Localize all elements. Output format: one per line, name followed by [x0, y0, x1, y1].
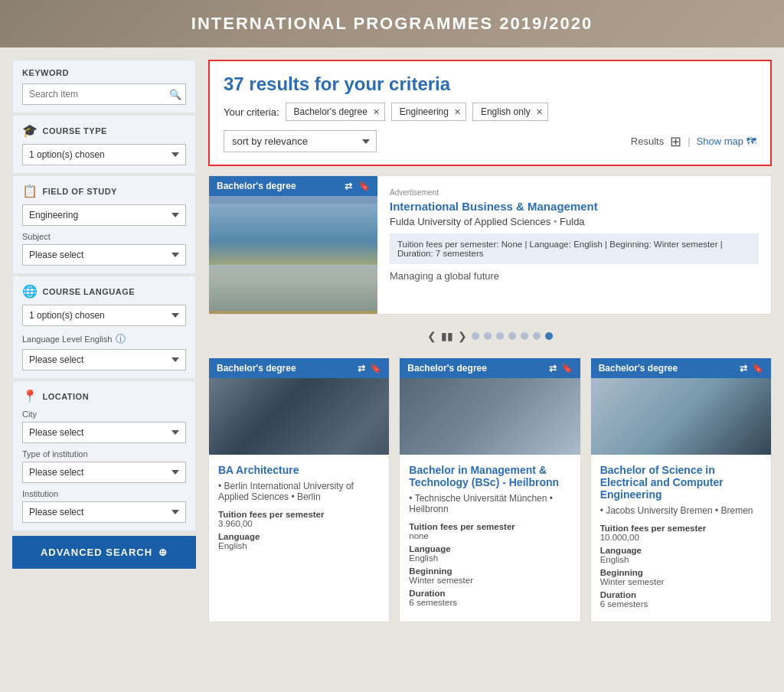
map-icon: 🗺	[746, 135, 756, 147]
field-of-study-select[interactable]: Engineering	[22, 204, 186, 226]
program-card-2-uni: • Jacobs University Bremen • Bremen	[600, 505, 762, 516]
results-count: 37 results for your criteria	[224, 73, 756, 95]
language-icon: 🌐	[22, 284, 38, 299]
sidebar: KEYWORD 🔍 🎓 COURSE TYPE 1 option(s) chos…	[12, 60, 196, 622]
course-language-label: 🌐 COURSE LANGUAGE	[22, 284, 186, 299]
course-type-icon: 🎓	[22, 123, 38, 138]
language-level-label: Language Level English	[22, 335, 112, 344]
program-card-1-duration: Duration 6 semesters	[409, 589, 570, 607]
subject-select[interactable]: Please select	[22, 244, 186, 266]
language-level-select[interactable]: Please select	[22, 349, 186, 370]
featured-badge-label: Bachelor's degree	[217, 181, 296, 191]
field-of-study-label: 📋 FIELD OF STUDY	[22, 184, 186, 198]
remove-bachelors-tag[interactable]: ✕	[373, 107, 380, 117]
featured-card-description: Managing a global future	[390, 270, 759, 282]
page-header: INTERNATIONAL PROGRAMMES 2019/2020	[0, 0, 784, 47]
program-card-0-body: BA Architecture • Berlin International U…	[209, 455, 389, 563]
show-map-button[interactable]: Show map 🗺	[697, 135, 756, 147]
featured-card-image: Bachelor's degree ⇄ 🔖	[209, 176, 377, 314]
advanced-search-button[interactable]: ADVANCED SEARCH ⊕	[12, 536, 196, 569]
keyword-input[interactable]	[22, 83, 186, 105]
bookmark-icon-2[interactable]: 🔖	[752, 363, 763, 374]
city-label: City	[22, 410, 186, 419]
carousel-pause[interactable]: ▮▮	[441, 330, 453, 342]
program-card-1-header: Bachelor's degree ⇄ 🔖	[400, 358, 580, 378]
program-card-1-body: Bachelor in Management & Technology (BSc…	[400, 455, 580, 620]
program-card-1-icons: ⇄ 🔖	[549, 363, 573, 374]
carousel-prev[interactable]: ❮	[427, 330, 436, 342]
advanced-search-label: ADVANCED SEARCH	[41, 547, 152, 558]
bookmark-icon-0[interactable]: 🔖	[370, 363, 381, 374]
program-card-2-image	[591, 378, 771, 455]
program-card-1-uni: • Technische Universität München • Heilb…	[409, 493, 570, 514]
program-card-0-title[interactable]: BA Architecture	[218, 464, 380, 476]
view-controls: Results ⊞ | Show map 🗺	[631, 133, 756, 150]
course-language-select[interactable]: 1 option(s) chosen	[22, 305, 186, 326]
program-card-1-title[interactable]: Bachelor in Management & Technology (BSc…	[409, 464, 570, 488]
criteria-label: Your criteria:	[224, 106, 279, 118]
remove-english-tag[interactable]: ✕	[536, 107, 543, 117]
program-card-2-title[interactable]: Bachelor of Science in Electrical and Co…	[600, 464, 762, 501]
course-type-label: 🎓 COURSE TYPE	[22, 123, 186, 138]
criteria-row: Your criteria: Bachelor's degree ✕ Engin…	[224, 103, 756, 121]
carousel-next[interactable]: ❯	[458, 330, 467, 342]
course-type-section: 🎓 COURSE TYPE 1 option(s) chosen	[12, 115, 196, 174]
featured-card-body: Advertisement International Business & M…	[377, 176, 771, 314]
carousel-dot-6[interactable]	[533, 332, 541, 340]
program-card-1-badge: Bachelor's degree	[407, 363, 487, 374]
carousel-dot-7[interactable]	[545, 332, 553, 340]
results-header-box: 37 results for your criteria Your criter…	[208, 60, 772, 166]
city-select[interactable]: Please select	[22, 422, 186, 443]
program-card-1-image	[400, 378, 580, 455]
compare-icon-1[interactable]: ⇄	[549, 363, 557, 374]
featured-card-info: Tuition fees per semester: None | Langua…	[390, 233, 759, 264]
keyword-label: KEYWORD	[22, 68, 186, 77]
keyword-input-wrap: 🔍	[22, 83, 186, 105]
field-of-study-section: 📋 FIELD OF STUDY Engineering Subject Ple…	[12, 175, 196, 274]
institution-type-label: Type of institution	[22, 449, 186, 459]
results-area: 37 results for your criteria Your criter…	[208, 60, 772, 622]
institution-type-select[interactable]: Please select	[22, 462, 186, 483]
program-card-2-badge: Bachelor's degree	[599, 363, 678, 374]
program-card-0-language: Language English	[218, 532, 380, 550]
criteria-tag-bachelors[interactable]: Bachelor's degree ✕	[286, 103, 385, 121]
program-card-1: Bachelor's degree ⇄ 🔖 Bachelor in Manage…	[399, 357, 580, 622]
cards-grid: Bachelor's degree ⇄ 🔖 BA Architecture • …	[208, 357, 772, 622]
carousel-dot-4[interactable]	[508, 332, 516, 340]
carousel-dot-2[interactable]	[484, 332, 492, 340]
program-card-2-header: Bachelor's degree ⇄ 🔖	[591, 358, 771, 378]
criteria-tag-english[interactable]: English only ✕	[472, 103, 548, 121]
criteria-tag-engineering[interactable]: Engineering ✕	[391, 103, 466, 121]
program-card-2-tuition: Tuition fees per semester 10.000,00	[600, 524, 762, 542]
bookmark-icon[interactable]: 🔖	[358, 181, 370, 191]
program-card-0-tuition: Tuition fees per semester 3.960,00	[218, 510, 380, 528]
compare-icon-0[interactable]: ⇄	[358, 363, 365, 374]
carousel-dot-3[interactable]	[496, 332, 504, 340]
featured-card-university: Fulda University of Applied Sciences • F…	[390, 216, 759, 227]
featured-card-title[interactable]: International Business & Management	[390, 200, 759, 213]
compare-icon-2[interactable]: ⇄	[740, 363, 747, 374]
bookmark-icon-1[interactable]: 🔖	[561, 363, 573, 374]
sort-toolbar: sort by relevance sort by name sort by d…	[224, 130, 756, 152]
program-card-2-duration: Duration 6 semesters	[600, 590, 762, 609]
compare-icon[interactable]: ⇄	[345, 181, 352, 191]
carousel-dot-1[interactable]	[472, 332, 479, 340]
institution-select[interactable]: Please select	[22, 501, 186, 523]
course-type-select[interactable]: 1 option(s) chosen	[22, 144, 186, 165]
info-icon[interactable]: ⓘ	[116, 332, 126, 346]
sort-select[interactable]: sort by relevance sort by name sort by d…	[224, 130, 377, 152]
program-card-1-language: Language English	[409, 544, 570, 563]
program-card-1-tuition: Tuition fees per semester none	[409, 522, 570, 540]
program-card-0-badge: Bachelor's degree	[217, 363, 296, 374]
institution-label: Institution	[22, 489, 186, 498]
carousel-nav: ❮ ▮▮ ❯	[208, 324, 772, 348]
carousel-dot-5[interactable]	[521, 332, 528, 340]
program-card-2-beginning: Beginning Winter semester	[600, 568, 762, 586]
program-card-0-uni: • Berlin International University of App…	[218, 481, 380, 502]
advanced-search-icon: ⊕	[158, 547, 168, 558]
location-section: 📍 LOCATION City Please select Type of in…	[12, 380, 196, 531]
keyword-section: KEYWORD 🔍	[12, 60, 196, 113]
program-card-0-icons: ⇄ 🔖	[358, 363, 381, 374]
grid-view-icon[interactable]: ⊞	[670, 133, 681, 150]
remove-engineering-tag[interactable]: ✕	[454, 107, 461, 117]
